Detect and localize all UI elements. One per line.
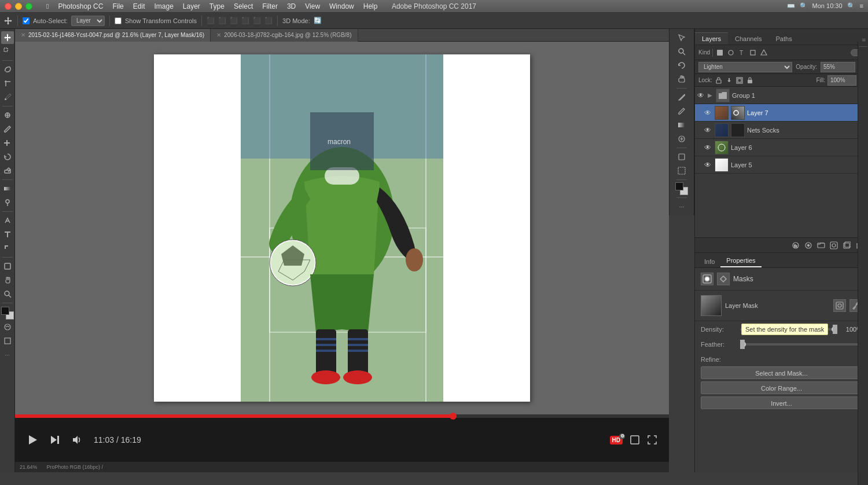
- move-tool[interactable]: [1, 31, 14, 44]
- hand-tool[interactable]: [1, 274, 14, 286]
- rt-shape-tool[interactable]: [675, 150, 688, 163]
- image-menu[interactable]: Image: [154, 2, 173, 10]
- app-name-menu[interactable]: Photoshop CC: [58, 2, 103, 10]
- quick-mask-mode[interactable]: [1, 321, 14, 333]
- pen-tool[interactable]: [1, 214, 14, 227]
- select-and-mask-btn[interactable]: Select and Mask...: [701, 366, 862, 379]
- minimize-button[interactable]: [15, 3, 22, 10]
- lock-all-icon[interactable]: [746, 76, 754, 84]
- layer-item-layer6[interactable]: 👁 Layer 6: [695, 139, 868, 156]
- layer-menu[interactable]: Layer: [183, 2, 200, 10]
- filter-text-icon[interactable]: T: [737, 48, 746, 57]
- type-menu[interactable]: Type: [209, 2, 225, 10]
- new-layer-icon[interactable]: [841, 240, 852, 251]
- eye-icon-nets[interactable]: 👁: [704, 126, 712, 134]
- selection-tool[interactable]: [1, 45, 14, 58]
- rt-marquee-tool[interactable]: [675, 164, 688, 177]
- close-button[interactable]: [5, 3, 12, 10]
- properties-tab[interactable]: Properties: [720, 255, 761, 267]
- move-tool-icon[interactable]: [3, 16, 13, 25]
- rt-gradient-fill[interactable]: [675, 119, 688, 131]
- skip-next-button[interactable]: [50, 435, 60, 445]
- help-menu[interactable]: Help: [363, 2, 378, 10]
- tab-2[interactable]: ✕ 2006-03-18-j0782-cgib-164.jpg @ 12.5% …: [211, 29, 358, 42]
- view-menu[interactable]: View: [305, 2, 320, 10]
- align-center-icon[interactable]: ⬛: [218, 17, 226, 24]
- new-group-icon[interactable]: [816, 240, 826, 251]
- tab-1[interactable]: ✕ 2015-02-16-j1468-Ycst-0047.psd @ 21.6%…: [15, 29, 211, 42]
- channels-tab[interactable]: Channels: [728, 32, 768, 45]
- file-menu[interactable]: File: [112, 2, 123, 10]
- opacity-input[interactable]: [821, 62, 855, 72]
- layer-item-layer5[interactable]: 👁 Layer 5: [695, 156, 868, 174]
- rt-brush-tool[interactable]: [675, 105, 688, 117]
- layers-tab[interactable]: Layers: [695, 32, 728, 45]
- filter-adjustment-icon[interactable]: [726, 48, 735, 57]
- screen-mode[interactable]: [1, 335, 14, 347]
- filter-smart-icon[interactable]: [759, 48, 768, 57]
- apple-menu-item[interactable]: : [46, 2, 49, 10]
- maximize-button[interactable]: [25, 3, 32, 10]
- rt-zoom-tool[interactable]: [675, 45, 688, 58]
- tab-1-close[interactable]: ✕: [21, 32, 25, 38]
- edit-menu[interactable]: Edit: [133, 2, 145, 10]
- align-right-icon[interactable]: ⬛: [230, 17, 238, 24]
- rt-more-options[interactable]: ···: [675, 200, 688, 213]
- play-button[interactable]: [27, 434, 38, 446]
- align-bottom-icon[interactable]: ⬛: [264, 17, 273, 24]
- volume-button[interactable]: [72, 435, 82, 445]
- lock-artboards-icon[interactable]: [735, 76, 744, 84]
- rt-rotate-tool[interactable]: [675, 59, 688, 72]
- eraser-tool[interactable]: [1, 164, 14, 177]
- zoom-tool[interactable]: [1, 288, 14, 300]
- healing-brush-tool[interactable]: [1, 109, 14, 122]
- gradient-tool[interactable]: [1, 182, 14, 195]
- align-left-icon[interactable]: ⬛: [207, 17, 215, 24]
- history-brush-tool[interactable]: [1, 150, 14, 163]
- filter-menu[interactable]: Filter: [262, 2, 278, 10]
- crop-tool[interactable]: [1, 77, 14, 90]
- blend-mode-dropdown[interactable]: Lighten Normal Multiply Screen: [698, 62, 792, 72]
- clone-stamp-tool[interactable]: [1, 137, 14, 149]
- add-mask-icon[interactable]: [829, 240, 839, 251]
- filter-shape-icon[interactable]: [748, 48, 757, 57]
- layer-item-group1[interactable]: 👁 ▶ Group 1: [695, 87, 868, 104]
- path-selection-tool[interactable]: [1, 242, 14, 255]
- paths-tab[interactable]: Paths: [769, 32, 799, 45]
- auto-select-dropdown[interactable]: Layer Group: [71, 16, 105, 26]
- auto-select-checkbox[interactable]: [23, 17, 30, 24]
- eye-icon-layer6[interactable]: 👁: [704, 144, 712, 152]
- vector-mask-icon[interactable]: [717, 273, 730, 285]
- layer-fx-icon[interactable]: fx: [790, 240, 801, 251]
- rt-color-swatches[interactable]: [675, 182, 688, 195]
- color-swatches[interactable]: [1, 307, 14, 319]
- window-menu[interactable]: Window: [329, 2, 354, 10]
- eye-icon-group1[interactable]: 👁: [697, 91, 705, 100]
- rt-healing-tool[interactable]: [675, 133, 688, 145]
- text-tool[interactable]: [1, 228, 14, 241]
- progress-thumb[interactable]: [450, 413, 457, 420]
- lock-pixels-icon[interactable]: [715, 76, 723, 84]
- progress-bar[interactable]: [15, 414, 669, 418]
- eye-icon-layer7[interactable]: 👁: [704, 109, 712, 117]
- color-range-btn[interactable]: Color Range...: [701, 381, 862, 394]
- show-transform-checkbox[interactable]: [115, 17, 122, 24]
- new-fill-adjustment-icon[interactable]: [803, 240, 814, 251]
- filter-pixel-icon[interactable]: [715, 48, 724, 57]
- feather-slider[interactable]: [740, 343, 862, 346]
- 3d-menu[interactable]: 3D: [287, 2, 296, 10]
- lock-position-icon[interactable]: [725, 76, 733, 84]
- dodge-tool[interactable]: [1, 196, 14, 209]
- select-menu[interactable]: Select: [234, 2, 253, 10]
- rt-pencil-tool[interactable]: [675, 91, 688, 104]
- screen-layout-button[interactable]: [630, 435, 640, 445]
- 3d-rotate-icon[interactable]: 🔄: [314, 17, 322, 24]
- rt-hand-tool[interactable]: [675, 73, 688, 86]
- layer-item-nets-socks[interactable]: 👁 Nets Socks: [695, 122, 868, 139]
- eye-icon-layer5[interactable]: 👁: [704, 161, 712, 169]
- layer-item-layer7[interactable]: 👁 Layer 7: [695, 104, 868, 122]
- rt-selection-tool[interactable]: [675, 31, 688, 44]
- info-tab[interactable]: Info: [698, 256, 720, 267]
- align-top-icon[interactable]: ⬛: [241, 17, 249, 24]
- tab-2-close[interactable]: ✕: [216, 32, 221, 38]
